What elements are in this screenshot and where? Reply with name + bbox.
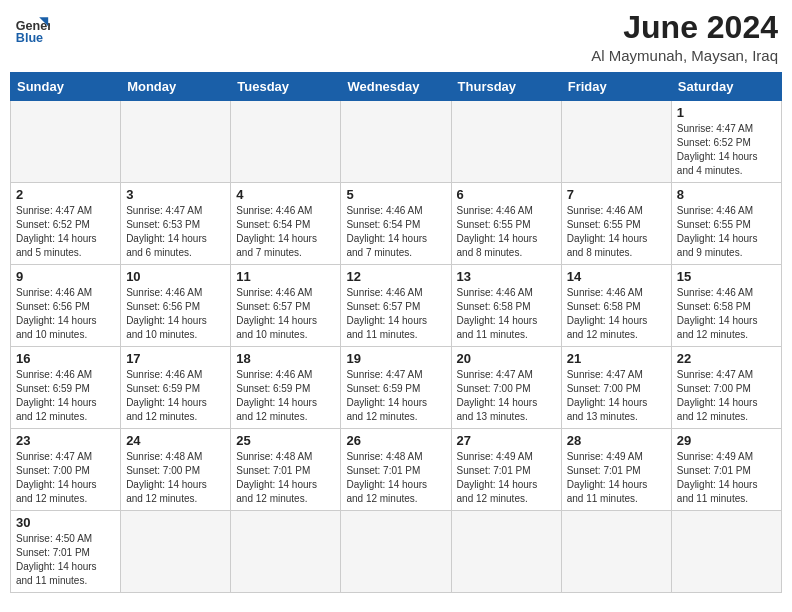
day-info: Sunrise: 4:49 AM Sunset: 7:01 PM Dayligh… <box>677 450 776 506</box>
calendar-week-row: 30Sunrise: 4:50 AM Sunset: 7:01 PM Dayli… <box>11 511 782 593</box>
day-info: Sunrise: 4:46 AM Sunset: 6:59 PM Dayligh… <box>16 368 115 424</box>
day-number: 23 <box>16 433 115 448</box>
day-number: 14 <box>567 269 666 284</box>
table-row <box>121 511 231 593</box>
day-info: Sunrise: 4:46 AM Sunset: 6:58 PM Dayligh… <box>457 286 556 342</box>
table-row: 13Sunrise: 4:46 AM Sunset: 6:58 PM Dayli… <box>451 265 561 347</box>
table-row <box>341 101 451 183</box>
table-row: 1Sunrise: 4:47 AM Sunset: 6:52 PM Daylig… <box>671 101 781 183</box>
table-row <box>561 511 671 593</box>
table-row: 4Sunrise: 4:46 AM Sunset: 6:54 PM Daylig… <box>231 183 341 265</box>
day-info: Sunrise: 4:46 AM Sunset: 6:57 PM Dayligh… <box>236 286 335 342</box>
month-title: June 2024 <box>591 10 778 45</box>
table-row <box>561 101 671 183</box>
day-number: 16 <box>16 351 115 366</box>
calendar-week-row: 1Sunrise: 4:47 AM Sunset: 6:52 PM Daylig… <box>11 101 782 183</box>
table-row: 2Sunrise: 4:47 AM Sunset: 6:52 PM Daylig… <box>11 183 121 265</box>
table-row: 24Sunrise: 4:48 AM Sunset: 7:00 PM Dayli… <box>121 429 231 511</box>
header-tuesday: Tuesday <box>231 73 341 101</box>
header-friday: Friday <box>561 73 671 101</box>
table-row: 30Sunrise: 4:50 AM Sunset: 7:01 PM Dayli… <box>11 511 121 593</box>
day-number: 24 <box>126 433 225 448</box>
table-row: 20Sunrise: 4:47 AM Sunset: 7:00 PM Dayli… <box>451 347 561 429</box>
table-row <box>671 511 781 593</box>
table-row <box>231 101 341 183</box>
table-row: 19Sunrise: 4:47 AM Sunset: 6:59 PM Dayli… <box>341 347 451 429</box>
table-row: 11Sunrise: 4:46 AM Sunset: 6:57 PM Dayli… <box>231 265 341 347</box>
day-number: 20 <box>457 351 556 366</box>
table-row: 22Sunrise: 4:47 AM Sunset: 7:00 PM Dayli… <box>671 347 781 429</box>
day-number: 30 <box>16 515 115 530</box>
day-info: Sunrise: 4:48 AM Sunset: 7:01 PM Dayligh… <box>346 450 445 506</box>
day-number: 10 <box>126 269 225 284</box>
day-info: Sunrise: 4:47 AM Sunset: 6:52 PM Dayligh… <box>677 122 776 178</box>
header-sunday: Sunday <box>11 73 121 101</box>
day-number: 5 <box>346 187 445 202</box>
day-number: 28 <box>567 433 666 448</box>
day-number: 25 <box>236 433 335 448</box>
day-number: 7 <box>567 187 666 202</box>
day-info: Sunrise: 4:46 AM Sunset: 6:55 PM Dayligh… <box>567 204 666 260</box>
day-number: 4 <box>236 187 335 202</box>
table-row: 8Sunrise: 4:46 AM Sunset: 6:55 PM Daylig… <box>671 183 781 265</box>
table-row: 5Sunrise: 4:46 AM Sunset: 6:54 PM Daylig… <box>341 183 451 265</box>
day-number: 26 <box>346 433 445 448</box>
day-info: Sunrise: 4:46 AM Sunset: 6:55 PM Dayligh… <box>457 204 556 260</box>
table-row <box>451 101 561 183</box>
header-saturday: Saturday <box>671 73 781 101</box>
table-row: 15Sunrise: 4:46 AM Sunset: 6:58 PM Dayli… <box>671 265 781 347</box>
weekday-header-row: Sunday Monday Tuesday Wednesday Thursday… <box>11 73 782 101</box>
calendar-week-row: 2Sunrise: 4:47 AM Sunset: 6:52 PM Daylig… <box>11 183 782 265</box>
day-number: 18 <box>236 351 335 366</box>
day-info: Sunrise: 4:48 AM Sunset: 7:00 PM Dayligh… <box>126 450 225 506</box>
svg-text:Blue: Blue <box>16 31 43 45</box>
table-row: 26Sunrise: 4:48 AM Sunset: 7:01 PM Dayli… <box>341 429 451 511</box>
location-title: Al Maymunah, Maysan, Iraq <box>591 47 778 64</box>
day-info: Sunrise: 4:46 AM Sunset: 6:57 PM Dayligh… <box>346 286 445 342</box>
day-number: 12 <box>346 269 445 284</box>
day-number: 3 <box>126 187 225 202</box>
header-thursday: Thursday <box>451 73 561 101</box>
table-row: 18Sunrise: 4:46 AM Sunset: 6:59 PM Dayli… <box>231 347 341 429</box>
day-number: 22 <box>677 351 776 366</box>
day-number: 21 <box>567 351 666 366</box>
day-info: Sunrise: 4:46 AM Sunset: 6:58 PM Dayligh… <box>567 286 666 342</box>
day-number: 8 <box>677 187 776 202</box>
header-wednesday: Wednesday <box>341 73 451 101</box>
day-info: Sunrise: 4:46 AM Sunset: 6:54 PM Dayligh… <box>236 204 335 260</box>
table-row: 6Sunrise: 4:46 AM Sunset: 6:55 PM Daylig… <box>451 183 561 265</box>
table-row <box>11 101 121 183</box>
table-row: 25Sunrise: 4:48 AM Sunset: 7:01 PM Dayli… <box>231 429 341 511</box>
title-area: June 2024 Al Maymunah, Maysan, Iraq <box>591 10 778 64</box>
day-number: 9 <box>16 269 115 284</box>
day-number: 19 <box>346 351 445 366</box>
day-number: 17 <box>126 351 225 366</box>
table-row: 7Sunrise: 4:46 AM Sunset: 6:55 PM Daylig… <box>561 183 671 265</box>
day-info: Sunrise: 4:47 AM Sunset: 7:00 PM Dayligh… <box>567 368 666 424</box>
table-row: 14Sunrise: 4:46 AM Sunset: 6:58 PM Dayli… <box>561 265 671 347</box>
logo: General Blue <box>14 10 50 46</box>
day-number: 11 <box>236 269 335 284</box>
day-info: Sunrise: 4:49 AM Sunset: 7:01 PM Dayligh… <box>457 450 556 506</box>
calendar-table: Sunday Monday Tuesday Wednesday Thursday… <box>10 72 782 593</box>
table-row: 16Sunrise: 4:46 AM Sunset: 6:59 PM Dayli… <box>11 347 121 429</box>
table-row <box>231 511 341 593</box>
calendar-week-row: 16Sunrise: 4:46 AM Sunset: 6:59 PM Dayli… <box>11 347 782 429</box>
day-number: 29 <box>677 433 776 448</box>
table-row: 17Sunrise: 4:46 AM Sunset: 6:59 PM Dayli… <box>121 347 231 429</box>
logo-icon: General Blue <box>14 10 50 46</box>
day-info: Sunrise: 4:46 AM Sunset: 6:59 PM Dayligh… <box>126 368 225 424</box>
table-row: 12Sunrise: 4:46 AM Sunset: 6:57 PM Dayli… <box>341 265 451 347</box>
table-row: 27Sunrise: 4:49 AM Sunset: 7:01 PM Dayli… <box>451 429 561 511</box>
table-row: 29Sunrise: 4:49 AM Sunset: 7:01 PM Dayli… <box>671 429 781 511</box>
day-info: Sunrise: 4:47 AM Sunset: 6:59 PM Dayligh… <box>346 368 445 424</box>
table-row: 28Sunrise: 4:49 AM Sunset: 7:01 PM Dayli… <box>561 429 671 511</box>
day-number: 13 <box>457 269 556 284</box>
calendar-week-row: 23Sunrise: 4:47 AM Sunset: 7:00 PM Dayli… <box>11 429 782 511</box>
day-number: 27 <box>457 433 556 448</box>
page-header: General Blue June 2024 Al Maymunah, Mays… <box>10 10 782 64</box>
day-info: Sunrise: 4:46 AM Sunset: 6:55 PM Dayligh… <box>677 204 776 260</box>
day-info: Sunrise: 4:47 AM Sunset: 6:52 PM Dayligh… <box>16 204 115 260</box>
day-info: Sunrise: 4:46 AM Sunset: 6:56 PM Dayligh… <box>16 286 115 342</box>
calendar-week-row: 9Sunrise: 4:46 AM Sunset: 6:56 PM Daylig… <box>11 265 782 347</box>
